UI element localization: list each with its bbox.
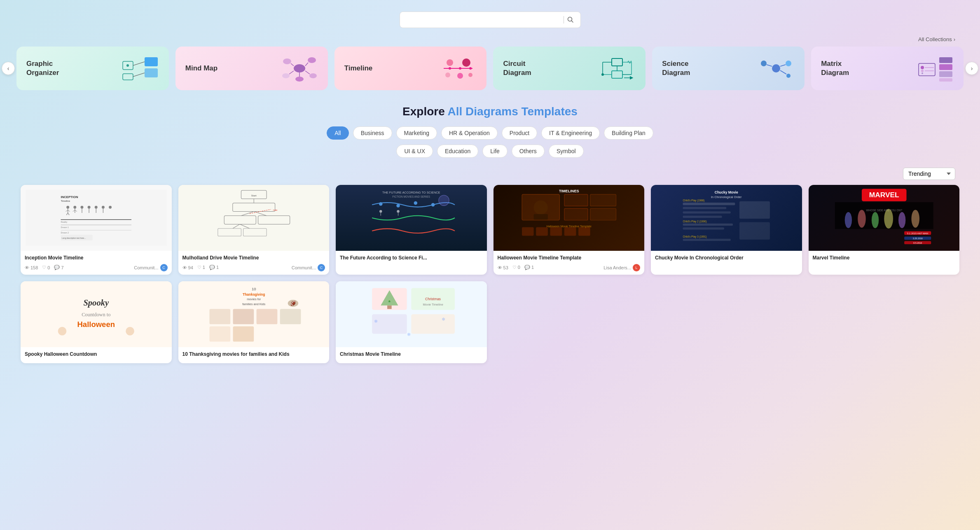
- template-card-marvel[interactable]: MARVEL WHOSE SIDE ARE YOU ON? 5.1.2015 A…: [809, 185, 960, 275]
- svg-rect-167: [280, 309, 301, 324]
- svg-point-59: [66, 206, 69, 209]
- svg-point-42: [786, 61, 791, 66]
- category-card-circuit-diagram[interactable]: CircuitDiagram: [493, 47, 646, 90]
- template-thumbnail: TIMELINES Halloween Movie Timeline Templ…: [494, 185, 645, 251]
- category-label: MatrixDiagram: [821, 59, 849, 77]
- filter-all[interactable]: All: [327, 126, 349, 140]
- svg-text:FICTION MOVIES AND SERIES: FICTION MOVIES AND SERIES: [393, 195, 430, 198]
- filter-product[interactable]: Product: [502, 126, 537, 140]
- views-stat: 👁 53: [498, 265, 508, 270]
- explore-title-normal: Explore: [402, 105, 447, 118]
- svg-point-12: [282, 73, 290, 78]
- svg-point-158: [58, 327, 67, 335]
- template-author: Communit... C: [134, 264, 167, 271]
- svg-rect-131: [683, 211, 731, 213]
- filter-hr-operation[interactable]: HR & Operation: [441, 126, 498, 140]
- all-collections-arrow: ›: [954, 36, 955, 42]
- template-card-chucky[interactable]: Chucky Movie In Chronological Order Chil…: [651, 185, 802, 275]
- search-input[interactable]: movie timeline: [407, 16, 560, 23]
- svg-point-73: [95, 206, 98, 209]
- comments-stat: 💬 1: [209, 265, 219, 270]
- template-thumbnail: 10 Thanksgiving movies for families and …: [178, 281, 330, 347]
- template-card-halloween[interactable]: TIMELINES Halloween Movie Timeline Templ…: [494, 185, 645, 275]
- filter-business[interactable]: Business: [353, 126, 392, 140]
- svg-text:Child's Play 3 (1991): Child's Play 3 (1991): [683, 235, 707, 238]
- svg-line-1: [571, 21, 573, 23]
- filter-ui-ux[interactable]: UI & UX: [396, 145, 433, 158]
- carousel-next-button[interactable]: ›: [965, 62, 978, 75]
- svg-point-106: [379, 210, 382, 212]
- filter-education[interactable]: Education: [437, 145, 478, 158]
- svg-point-14: [295, 77, 304, 82]
- svg-point-147: [898, 212, 905, 228]
- category-card-mind-map[interactable]: Mind Map: [175, 47, 328, 90]
- template-title: Inception Movie Timeline: [25, 255, 168, 261]
- eye-icon: 👁: [25, 265, 29, 270]
- svg-point-103: [396, 204, 400, 207]
- category-card-graphic-organizer[interactable]: GraphicOrganizer: [16, 47, 169, 90]
- category-card-matrix-diagram[interactable]: MatrixDiagram: [811, 47, 964, 90]
- svg-point-40: [772, 64, 780, 72]
- template-title: Chucky Movie In Chronological Order: [655, 255, 798, 261]
- template-card-christmas[interactable]: 🎄 Christmas Movie Timeline ❄ ❄ ❄ Christm…: [336, 281, 487, 364]
- template-card-spooky[interactable]: Spooky Countdown to Halloween Spooky Hal…: [21, 281, 172, 364]
- trending-row: Trending Newest Most Popular: [0, 168, 980, 185]
- template-card-scifi[interactable]: THE FUTURE ACCORDING TO SCIENCE FICTION …: [336, 185, 487, 275]
- filter-symbol[interactable]: Symbol: [549, 145, 584, 158]
- template-stats: 👁 158 ♡ 0 💬 7: [25, 265, 64, 270]
- svg-text:Dream 1: Dream 1: [61, 226, 69, 229]
- svg-text:THE FUTURE ACCORDING TO SCIENC: THE FUTURE ACCORDING TO SCIENCE: [382, 191, 440, 194]
- carousel-prev-button[interactable]: ‹: [2, 62, 15, 75]
- author-avatar: C: [160, 264, 168, 271]
- author-avatar: L: [633, 264, 640, 271]
- svg-point-27: [457, 73, 463, 79]
- svg-rect-130: [683, 207, 727, 209]
- svg-text:Child's Play (1988): Child's Play (1988): [683, 199, 705, 202]
- svg-point-10: [283, 58, 291, 64]
- filter-tags-row1: All Business Marketing HR & Operation Pr…: [0, 126, 980, 140]
- all-collections-link[interactable]: All Collections ›: [918, 36, 955, 42]
- svg-text:❄: ❄: [442, 316, 445, 321]
- filter-it-engineering[interactable]: IT & Engineering: [541, 126, 600, 140]
- svg-rect-136: [683, 227, 724, 229]
- template-card-thanksgiving[interactable]: 10 Thanksgiving movies for families and …: [178, 281, 330, 364]
- views-stat: 👁 94: [182, 265, 193, 270]
- template-meta: 👁 94 ♡ 1 💬 1 Communit... C: [182, 264, 325, 271]
- svg-point-143: [844, 212, 851, 228]
- svg-text:❄: ❄: [407, 332, 411, 336]
- template-thumbnail: Spooky Countdown to Halloween: [21, 281, 172, 347]
- category-card-timeline[interactable]: Timeline: [334, 47, 487, 90]
- template-title: The Future According to Science Fi...: [340, 255, 483, 261]
- template-card-mulholland[interactable]: Start note Mulholland Driv: [178, 185, 330, 275]
- explore-title-highlight: All Diagrams Templates: [448, 105, 578, 118]
- svg-point-146: [884, 209, 893, 229]
- filter-marketing[interactable]: Marketing: [396, 126, 437, 140]
- svg-rect-121: [536, 227, 548, 236]
- category-card-science-diagram[interactable]: ScienceDiagram: [652, 47, 805, 90]
- template-title: 10 Thanksgiving movies for families and …: [182, 351, 325, 358]
- filter-building-plan[interactable]: Building Plan: [604, 126, 653, 140]
- svg-text:8.5.2016: 8.5.2016: [913, 242, 922, 244]
- filter-life[interactable]: Life: [482, 145, 508, 158]
- filter-others[interactable]: Others: [512, 145, 545, 158]
- svg-rect-118: [533, 214, 547, 220]
- template-meta: 👁 53 ♡ 0 💬 1 Lisa Anders... L: [498, 264, 641, 271]
- svg-point-117: [533, 201, 547, 215]
- author-name: Communit...: [134, 265, 158, 270]
- svg-point-69: [81, 206, 84, 209]
- template-title: Spooky Halloween Countdown: [25, 351, 168, 358]
- category-label: Mind Map: [185, 64, 218, 73]
- svg-text:Chucky Movie: Chucky Movie: [715, 190, 738, 194]
- explore-title: Explore All Diagrams Templates: [0, 105, 980, 118]
- svg-rect-169: [233, 326, 254, 341]
- search-button[interactable]: [567, 16, 574, 23]
- svg-text:Timeline: Timeline: [61, 200, 70, 202]
- template-card-inception[interactable]: INCEPTION Timeline: [21, 185, 172, 275]
- template-title: Halloween Movie Timeline Template: [498, 255, 641, 261]
- trending-select[interactable]: Trending Newest Most Popular: [903, 168, 955, 180]
- svg-text:❄: ❄: [374, 319, 378, 324]
- svg-rect-50: [939, 78, 952, 82]
- svg-line-18: [305, 71, 310, 74]
- svg-point-159: [126, 327, 134, 335]
- category-label: GraphicOrganizer: [26, 59, 59, 77]
